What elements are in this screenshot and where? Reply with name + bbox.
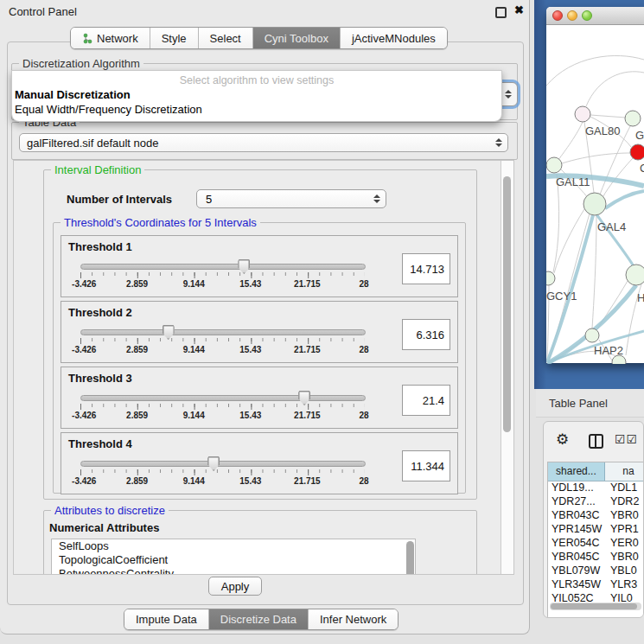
tab-discretize-data[interactable]: Discretize Data	[208, 609, 308, 629]
column-header-shared-name[interactable]: shared...	[548, 462, 605, 481]
tab-jactivemnodules[interactable]: jActiveMNodules	[340, 28, 447, 48]
cell-name: YBL0	[610, 564, 644, 578]
node-label: H	[637, 291, 644, 304]
num-intervals-spinner[interactable]: 5	[196, 189, 386, 208]
numerical-attributes-list: SelfLoopsTopologicalCoefficientBetweenne…	[51, 539, 416, 575]
cell-shared-name: YBR043C	[548, 509, 610, 523]
table-row[interactable]: YBL079WYBL0	[548, 564, 644, 578]
network-node[interactable]	[546, 271, 555, 285]
vertical-scrollbar[interactable]	[501, 161, 513, 574]
tab-infer-network[interactable]: Infer Network	[308, 609, 398, 629]
network-window-titlebar[interactable]	[546, 7, 644, 25]
tick-label: 2.859	[126, 345, 148, 354]
dropdown-hint: Select algorithm to view settings	[12, 74, 501, 86]
tick-label: 21.715	[294, 411, 321, 420]
threshold-slider[interactable]: -3.4262.8599.14415.4321.71528	[80, 367, 364, 428]
threshold-slider[interactable]: -3.4262.8599.14415.4321.71528	[80, 433, 364, 494]
tab-label: Network	[97, 32, 138, 45]
tick-label: -3.426	[72, 345, 96, 354]
table-row[interactable]: YBR043CYBR0	[548, 509, 644, 523]
threshold-value-field[interactable]: 21.4	[402, 385, 450, 416]
slider-track[interactable]	[80, 264, 366, 270]
close-traffic-light-icon[interactable]	[552, 10, 563, 21]
tab-label: Cyni Toolbox	[265, 32, 328, 45]
cell-name: YBR0	[610, 551, 644, 564]
desktop-pane: GAL80GACGAL11GAL4GCY1HHAP2	[534, 0, 644, 389]
top-tab-bar: NetworkStyleSelectCyni ToolboxjActiveMNo…	[70, 27, 448, 49]
tab-network[interactable]: Network	[71, 28, 150, 48]
tick-label: 9.144	[183, 411, 205, 420]
cell-name: YDR2	[610, 495, 644, 509]
slider-track[interactable]	[80, 329, 366, 335]
tick-label: -3.426	[72, 279, 96, 289]
node-label: GCY1	[546, 290, 577, 303]
network-node[interactable]	[585, 328, 599, 342]
zoom-traffic-light-icon[interactable]	[582, 10, 592, 21]
threshold-panel: Threshold 4-3.4262.8599.14415.4321.71528…	[61, 432, 458, 494]
tab-cyni-toolbox[interactable]: Cyni Toolbox	[252, 28, 340, 48]
panel-title: Control Panel	[9, 5, 77, 18]
scrollbar-thumb[interactable]	[551, 603, 637, 609]
cell-shared-name: YLR345W	[548, 578, 610, 592]
threshold-value-field[interactable]: 14.713	[402, 253, 450, 284]
network-view-window[interactable]: GAL80GACGAL11GAL4GCY1HHAP2	[546, 7, 644, 363]
tick-label: 28	[359, 476, 368, 486]
network-icon	[82, 33, 92, 44]
num-intervals-value: 5	[206, 193, 212, 206]
slider-track[interactable]	[80, 395, 366, 401]
cell-name: YLR3	[610, 578, 644, 592]
float-window-icon[interactable]	[495, 7, 507, 18]
close-icon[interactable]: ✖	[514, 3, 524, 16]
tab-impute-data[interactable]: Impute Data	[124, 609, 208, 629]
dropdown-option[interactable]: Equal Width/Frequency Discretization	[15, 103, 494, 117]
network-node[interactable]	[583, 193, 606, 215]
tab-label: jActiveMNodules	[352, 32, 436, 45]
list-scrollbar[interactable]	[406, 541, 414, 575]
network-canvas[interactable]: GAL80GACGAL11GAL4GCY1HHAP2	[546, 25, 644, 364]
table-row[interactable]: YPR145WYPR1	[548, 523, 644, 537]
threshold-value-field[interactable]: 6.316	[402, 319, 450, 350]
tick-label: 15.43	[239, 476, 261, 486]
select-columns-icon[interactable]: ☑☑	[615, 432, 638, 446]
numerical-attributes-label: Numerical Attributes	[49, 521, 159, 534]
table-data-combobox[interactable]: galFiltered.sif default node	[19, 133, 508, 152]
table-row[interactable]: YLR345WYLR3	[548, 578, 644, 592]
network-node[interactable]	[630, 144, 644, 160]
attribute-item[interactable]: TopologicalCoefficient	[52, 553, 415, 567]
horizontal-scrollbar[interactable]	[550, 603, 641, 610]
threshold-slider[interactable]: -3.4262.8599.14415.4321.71528	[80, 302, 364, 362]
dropdown-option[interactable]: Manual Discretization	[15, 88, 494, 102]
slider-track[interactable]	[80, 461, 366, 467]
table-row[interactable]: YDL19...YDL1	[548, 481, 644, 495]
cell-shared-name: YER054C	[548, 537, 610, 551]
attribute-item[interactable]: SelfLoops	[52, 539, 415, 553]
scrollbar-thumb[interactable]	[503, 176, 511, 432]
table-row[interactable]: YER054CYER0	[548, 537, 644, 551]
cell-shared-name: YBL079W	[548, 564, 610, 578]
minimize-traffic-light-icon[interactable]	[567, 10, 577, 21]
gear-icon[interactable]: ⚙	[556, 432, 569, 447]
attribute-item[interactable]: BetweennessCentrality	[52, 567, 415, 575]
tab-select[interactable]: Select	[198, 28, 252, 48]
table-panel-title: Table Panel	[549, 397, 608, 410]
table-panel-header: Table Panel	[536, 389, 644, 418]
control-panel-titlebar: Control Panel ✖	[0, 0, 529, 22]
slider-ticks	[80, 404, 365, 410]
apply-button[interactable]: Apply	[208, 577, 262, 596]
table-row[interactable]: YDR27...YDR2	[548, 495, 644, 509]
threshold-coordinates-group: Threshold's Coordinates for 5 Intervals …	[53, 222, 466, 494]
tick-label: 21.715	[294, 345, 321, 354]
column-header-name[interactable]: na	[605, 462, 644, 481]
network-node[interactable]	[626, 265, 644, 285]
threshold-slider[interactable]: -3.4262.8599.14415.4321.71528	[80, 236, 364, 296]
network-node[interactable]	[625, 111, 641, 126]
table-row[interactable]: YBR045CYBR0	[548, 551, 644, 564]
tab-style[interactable]: Style	[150, 28, 198, 48]
split-view-icon[interactable]	[589, 434, 603, 449]
threshold-value-field[interactable]: 11.344	[402, 450, 450, 481]
network-node[interactable]	[575, 106, 590, 122]
stepper-arrows-icon	[373, 190, 380, 207]
network-node[interactable]	[546, 157, 562, 173]
tick-label: 28	[359, 411, 368, 420]
bottom-tab-bar: Impute DataDiscretize DataInfer Network	[124, 609, 399, 630]
